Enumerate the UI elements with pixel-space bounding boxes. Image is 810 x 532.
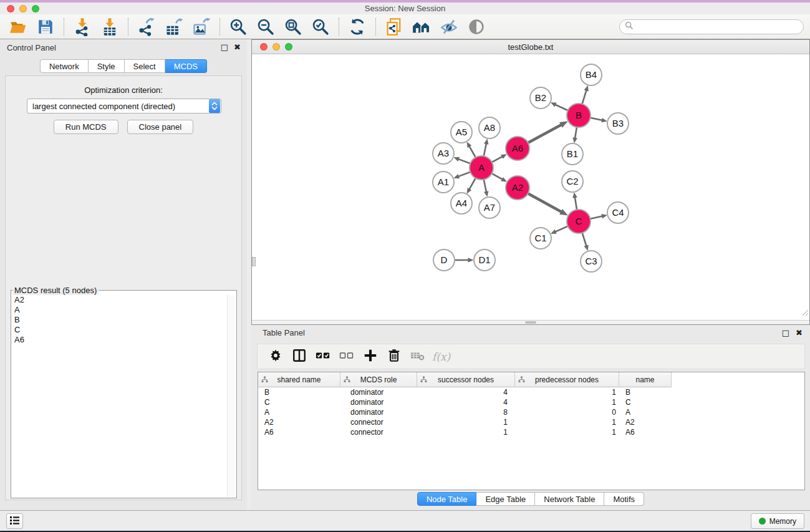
table-row[interactable]: A2connector11A2	[258, 417, 804, 427]
cell-successor-nodes[interactable]: 4	[417, 388, 515, 397]
cell-shared-name[interactable]: B	[258, 388, 340, 397]
cell-MCDS-role[interactable]: connector	[340, 428, 417, 437]
unselect-all-button[interactable]	[336, 347, 357, 366]
export-image-button[interactable]	[190, 17, 213, 37]
graph-node-C[interactable]: C	[567, 210, 591, 233]
close-panel-icon[interactable]: ✖	[234, 42, 241, 53]
cell-successor-nodes[interactable]: 1	[417, 428, 515, 437]
horizontal-scrollbar-thumb[interactable]	[525, 321, 536, 324]
zoom-in-button[interactable]	[226, 17, 250, 37]
cell-shared-name[interactable]: A2	[258, 418, 340, 427]
criterion-select[interactable]: largest connected component (directed)	[27, 99, 221, 114]
first-neighbors-button[interactable]	[410, 17, 433, 37]
graph-node-B1[interactable]: B1	[562, 143, 583, 165]
tab-network-table[interactable]: Network Table	[535, 492, 604, 506]
cell-MCDS-role[interactable]: dominator	[340, 398, 417, 407]
cell-predecessor-nodes[interactable]: 1	[515, 428, 619, 437]
graph-node-B4[interactable]: B4	[581, 64, 602, 85]
new-network-from-selection-button[interactable]	[382, 17, 406, 37]
cell-name[interactable]: A	[619, 408, 672, 417]
zoom-fit-button[interactable]	[281, 17, 305, 37]
cell-name[interactable]: A2	[619, 418, 672, 427]
table-row[interactable]: A6connector11A6	[258, 427, 804, 437]
graph-node-D[interactable]: D	[433, 249, 455, 271]
run-mcds-button[interactable]: Run MCDS	[54, 120, 118, 134]
cell-shared-name[interactable]: A	[258, 408, 340, 417]
float-panel-icon[interactable]: □	[221, 42, 228, 53]
cell-shared-name[interactable]: C	[258, 398, 340, 407]
import-table-button[interactable]	[98, 17, 122, 37]
graph-node-A6[interactable]: A6	[506, 137, 529, 160]
horizontal-scrollbar[interactable]	[252, 320, 809, 324]
table-row[interactable]: Bdominator41B	[258, 387, 804, 397]
tab-node-table[interactable]: Node Table	[417, 492, 477, 506]
export-network-button[interactable]	[135, 17, 158, 37]
eye-button[interactable]	[465, 17, 488, 37]
column-header-successor-nodes[interactable]: successor nodes	[417, 372, 515, 387]
graph-node-A[interactable]: A	[470, 156, 493, 180]
zoom-out-button[interactable]	[254, 17, 277, 37]
cell-name[interactable]: A6	[619, 428, 672, 437]
tab-select[interactable]: Select	[125, 59, 165, 73]
close-table-panel-icon[interactable]: ✖	[796, 327, 803, 339]
column-header-MCDS-role[interactable]: MCDS role	[340, 372, 417, 387]
cell-predecessor-nodes[interactable]: 0	[515, 408, 619, 417]
float-table-panel-icon[interactable]: □	[782, 327, 789, 339]
table-row[interactable]: Adominator80A	[258, 407, 804, 417]
graph-node-B2[interactable]: B2	[530, 87, 551, 109]
graph-node-A3[interactable]: A3	[433, 143, 454, 164]
cell-MCDS-role[interactable]: connector	[340, 418, 417, 427]
graph-node-C4[interactable]: C4	[607, 202, 629, 223]
cell-successor-nodes[interactable]: 4	[417, 398, 515, 407]
resize-grip-icon[interactable]	[801, 307, 809, 315]
column-settings-button[interactable]	[265, 347, 286, 366]
select-all-button[interactable]	[312, 347, 334, 366]
graph-node-C3[interactable]: C3	[581, 251, 602, 272]
mcds-result-item[interactable]: A6	[12, 335, 226, 345]
open-session-button[interactable]	[6, 17, 30, 37]
network-graph[interactable]: B4B2BB3A8A5A6A3B1AC2A1A2A4A7C4CC1DD1C3	[252, 54, 809, 320]
graph-node-C1[interactable]: C1	[530, 228, 551, 249]
task-history-button[interactable]	[6, 513, 23, 529]
cell-successor-nodes[interactable]: 1	[417, 418, 515, 427]
graph-node-A7[interactable]: A7	[479, 197, 500, 218]
tab-motifs[interactable]: Motifs	[604, 492, 644, 506]
import-network-button[interactable]	[70, 17, 94, 37]
vertical-scrollbar-thumb[interactable]	[252, 257, 256, 266]
mcds-result-item[interactable]: C	[12, 325, 226, 335]
cell-MCDS-role[interactable]: dominator	[340, 408, 417, 417]
tab-network[interactable]: Network	[40, 59, 89, 73]
graph-node-A5[interactable]: A5	[451, 122, 472, 143]
graph-node-A4[interactable]: A4	[451, 193, 472, 214]
cell-predecessor-nodes[interactable]: 1	[515, 388, 619, 397]
cell-predecessor-nodes[interactable]: 1	[515, 398, 619, 407]
cell-MCDS-role[interactable]: dominator	[340, 388, 417, 397]
mcds-result-item[interactable]: B	[12, 315, 226, 325]
delete-column-button[interactable]	[383, 347, 405, 366]
graph-node-C2[interactable]: C2	[562, 171, 583, 192]
mcds-result-item[interactable]: A2	[12, 295, 226, 305]
graphics-details-button[interactable]	[437, 17, 461, 37]
cell-predecessor-nodes[interactable]: 1	[515, 418, 619, 427]
refresh-layout-button[interactable]	[345, 17, 369, 37]
tab-mcds[interactable]: MCDS	[165, 59, 207, 73]
graph-node-A1[interactable]: A1	[433, 172, 454, 193]
search-input[interactable]	[634, 22, 798, 32]
column-header-shared-name[interactable]: shared name	[258, 372, 340, 387]
zoom-selected-button[interactable]	[309, 17, 332, 37]
column-header-name[interactable]: name	[619, 372, 672, 387]
graph-node-B3[interactable]: B3	[607, 113, 629, 134]
cell-shared-name[interactable]: A6	[258, 428, 340, 437]
graph-node-B[interactable]: B	[567, 104, 591, 127]
column-header-predecessor-nodes[interactable]: predecessor nodes	[515, 372, 619, 387]
mcds-list-scrollbar[interactable]	[227, 295, 236, 497]
graph-node-A8[interactable]: A8	[479, 117, 500, 138]
mcds-result-item[interactable]: A	[12, 305, 226, 315]
cell-successor-nodes[interactable]: 8	[417, 408, 515, 417]
export-table-button[interactable]	[162, 17, 186, 37]
memory-button[interactable]: Memory	[751, 513, 804, 529]
graph-node-A2[interactable]: A2	[506, 176, 529, 200]
cell-name[interactable]: B	[619, 388, 672, 397]
close-panel-button[interactable]: Close panel	[127, 120, 194, 134]
split-view-button[interactable]	[289, 347, 310, 366]
